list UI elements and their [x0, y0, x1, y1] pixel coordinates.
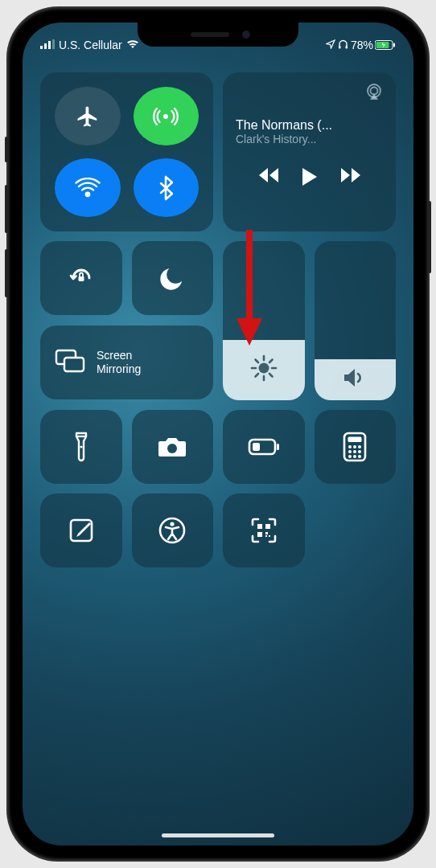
- svg-point-37: [353, 450, 356, 453]
- calculator-button[interactable]: [315, 410, 397, 484]
- cellular-data-button[interactable]: [134, 87, 199, 145]
- svg-rect-45: [257, 524, 262, 529]
- speaker-icon: [342, 366, 368, 392]
- svg-rect-30: [253, 443, 260, 451]
- location-icon: [326, 39, 335, 51]
- svg-point-44: [171, 522, 175, 526]
- svg-point-10: [86, 192, 89, 195]
- volume-up-hw-button: [5, 185, 8, 233]
- screen-mirroring-label: Screen Mirroring: [97, 349, 141, 377]
- svg-point-39: [348, 455, 352, 458]
- battery-icon: 78%: [351, 39, 396, 51]
- svg-rect-48: [265, 532, 268, 534]
- svg-point-35: [358, 445, 361, 448]
- svg-rect-50: [265, 535, 267, 537]
- svg-rect-47: [257, 532, 262, 537]
- svg-point-26: [80, 445, 82, 448]
- screen: U.S. Cellular 78%: [23, 23, 413, 845]
- svg-rect-32: [348, 437, 362, 443]
- qr-scanner-button[interactable]: [223, 493, 305, 567]
- svg-rect-8: [393, 43, 395, 47]
- status-left: U.S. Cellular: [40, 39, 139, 51]
- media-subtitle: Clark's History...: [236, 133, 316, 145]
- svg-point-9: [163, 114, 168, 119]
- status-right: 78%: [326, 39, 396, 51]
- svg-line-20: [269, 374, 273, 377]
- empty-slot: [315, 493, 397, 567]
- svg-point-41: [358, 455, 361, 458]
- svg-line-19: [255, 360, 258, 363]
- svg-point-34: [353, 445, 356, 448]
- connectivity-tile[interactable]: [40, 72, 213, 231]
- svg-rect-3: [52, 39, 55, 49]
- media-tile[interactable]: The Normans (... Clark's History...: [223, 72, 396, 231]
- svg-line-21: [255, 374, 258, 377]
- brightness-slider[interactable]: [223, 241, 305, 400]
- battery-pct-label: 78%: [351, 39, 373, 51]
- svg-point-40: [353, 455, 356, 458]
- svg-rect-1: [44, 43, 47, 49]
- wifi-button[interactable]: [55, 158, 121, 217]
- wifi-status-icon: [126, 39, 139, 51]
- svg-rect-0: [40, 46, 43, 49]
- mute-switch: [5, 137, 8, 162]
- signal-icon: [40, 39, 55, 51]
- play-button[interactable]: [301, 166, 319, 190]
- svg-point-14: [258, 363, 269, 374]
- svg-rect-4: [339, 46, 341, 49]
- low-power-mode-button[interactable]: [223, 410, 305, 484]
- side-hw-button: [428, 201, 431, 273]
- screen-mirroring-icon: [55, 349, 85, 376]
- flashlight-button[interactable]: [40, 410, 122, 484]
- notch: [138, 23, 298, 47]
- brightness-icon: [250, 354, 278, 385]
- do-not-disturb-button[interactable]: [132, 241, 214, 315]
- svg-rect-24: [64, 358, 84, 371]
- headphones-icon: [338, 39, 348, 51]
- svg-point-33: [348, 445, 352, 448]
- camera-button[interactable]: [132, 410, 214, 484]
- svg-rect-13: [78, 276, 84, 281]
- svg-line-22: [269, 360, 273, 363]
- volume-down-hw-button: [5, 249, 8, 297]
- screen-mirroring-button[interactable]: Screen Mirroring: [40, 326, 213, 399]
- svg-rect-2: [48, 41, 51, 49]
- svg-rect-49: [269, 535, 270, 537]
- svg-point-27: [167, 444, 177, 453]
- phone-frame: U.S. Cellular 78%: [8, 8, 428, 860]
- bluetooth-button[interactable]: [134, 158, 199, 217]
- home-indicator[interactable]: [162, 833, 274, 837]
- svg-point-12: [371, 88, 378, 95]
- svg-rect-46: [265, 524, 270, 529]
- control-center: The Normans (... Clark's History...: [40, 72, 396, 567]
- volume-slider[interactable]: [315, 241, 397, 400]
- svg-rect-5: [345, 46, 348, 49]
- airplay-icon[interactable]: [365, 84, 383, 103]
- rewind-button[interactable]: [257, 166, 280, 190]
- accessibility-button[interactable]: [132, 493, 214, 567]
- fast-forward-button[interactable]: [339, 166, 362, 190]
- notes-button[interactable]: [40, 493, 122, 567]
- media-title: The Normans (...: [236, 118, 332, 133]
- svg-point-36: [348, 450, 352, 453]
- svg-rect-29: [277, 444, 279, 450]
- svg-point-38: [358, 450, 361, 453]
- airplane-mode-button[interactable]: [55, 87, 121, 145]
- orientation-lock-button[interactable]: [40, 241, 122, 315]
- carrier-label: U.S. Cellular: [59, 39, 122, 51]
